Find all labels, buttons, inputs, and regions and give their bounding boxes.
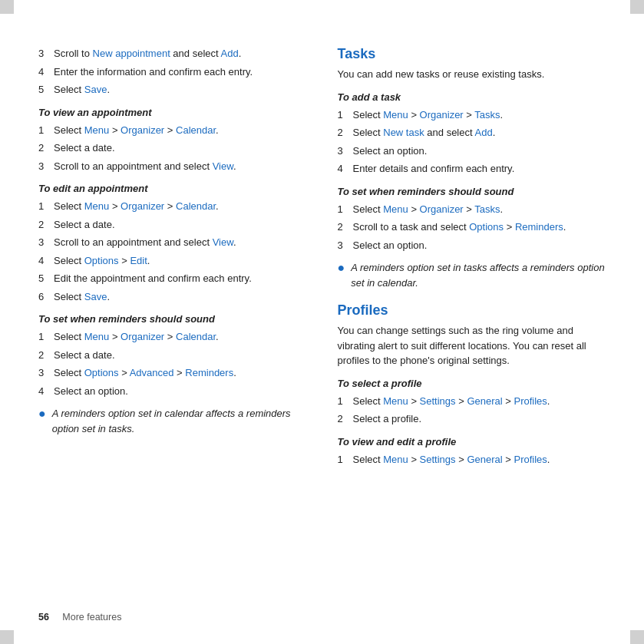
link-text: Organizer: [420, 109, 464, 121]
note-text-left: A reminders option set in calendar affec…: [52, 406, 307, 436]
link-text: Profiles: [514, 395, 547, 407]
link-text: Save: [84, 291, 107, 302]
link-text: Edit: [130, 255, 147, 266]
step-text: Select an option.: [54, 384, 128, 399]
step-number: 4: [38, 64, 49, 80]
content-area: 3Scroll to New appointment and select Ad…: [38, 46, 606, 575]
step-number: 6: [38, 289, 49, 305]
list-item: 2Select a date.: [38, 217, 307, 233]
link-text: Organizer: [121, 124, 164, 136]
link-text: Menu: [84, 331, 110, 342]
step-text: Select an option.: [353, 238, 428, 253]
section-title-reminders-left: To set when reminders should sound: [38, 313, 307, 325]
step-number: 1: [38, 329, 49, 345]
step-number: 2: [38, 217, 49, 233]
link-text: Organizer: [121, 200, 164, 212]
list-item: 1Select Menu > Settings > General > Prof…: [338, 394, 606, 409]
step-text: Select a profile.: [353, 411, 422, 427]
steps-reminders-left: 1Select Menu > Organizer > Calendar.2Sel…: [38, 329, 307, 398]
link-text: General: [467, 395, 502, 407]
list-item: 4Enter the information and confirm each …: [38, 64, 307, 80]
step-text: Select Save.: [54, 289, 110, 305]
list-item: 3Scroll to an appointment and select Vie…: [38, 235, 307, 250]
section-title-view: To view an appointment: [38, 107, 307, 118]
steps-view: 1Select Menu > Organizer > Calendar.2Sel…: [38, 123, 307, 174]
page-number: 56: [38, 612, 49, 623]
link-text: Options: [84, 255, 119, 266]
section-title-reminders-right: To set when reminders should sound: [338, 186, 606, 197]
section-title-add-task: To add a task: [338, 91, 606, 103]
section-title-edit: To edit an appointment: [38, 183, 307, 194]
list-item: 5Edit the appointment and confirm each e…: [38, 271, 307, 286]
list-item: 4Select an option.: [38, 384, 307, 399]
link-text: Calendar: [176, 200, 216, 212]
list-item: 3Select Options > Advanced > Reminders.: [38, 365, 307, 381]
step-text: Select a date.: [54, 217, 115, 233]
link-text: Settings: [420, 454, 456, 465]
step-text: Enter details and confirm each entry.: [353, 161, 515, 177]
link-text: Save: [84, 84, 107, 95]
tasks-description: You can add new tasks or reuse existing …: [338, 67, 606, 82]
link-text: General: [467, 454, 502, 465]
section-title-view-edit-profile: To view and edit a profile: [338, 436, 606, 447]
link-text: Menu: [383, 109, 408, 121]
step-number: 1: [338, 394, 348, 409]
step-text: Scroll to an appointment and select View…: [54, 235, 236, 250]
list-item: 4Enter details and confirm each entry.: [338, 161, 606, 177]
list-item: 3Scroll to an appointment and select Vie…: [38, 159, 307, 174]
step-text: Select Menu > Organizer > Tasks.: [353, 202, 504, 217]
note-icon-right: ●: [338, 261, 345, 290]
step-text: Enter the information and confirm each e…: [54, 64, 253, 80]
note-text-right: A reminders option set in tasks affects …: [351, 260, 606, 290]
tasks-heading: Tasks: [338, 46, 606, 62]
list-item: 1Select Menu > Organizer > Calendar.: [38, 199, 307, 214]
list-item: 1Select Menu > Settings > General > Prof…: [338, 452, 606, 467]
link-text: Advanced: [130, 367, 174, 378]
step-text: Select Menu > Organizer > Tasks.: [353, 107, 504, 123]
link-text: New appointment: [93, 48, 170, 59]
step-text: Select a date.: [54, 140, 115, 156]
section-title-select-profile: To select a profile: [338, 378, 606, 389]
page-label: More features: [62, 612, 121, 623]
step-number: 3: [38, 46, 49, 61]
step-number: 2: [38, 140, 49, 156]
step-number: 2: [338, 125, 348, 140]
step-number: 3: [338, 144, 348, 159]
link-text: Options: [469, 221, 504, 233]
link-text: Reminders: [185, 367, 233, 378]
profiles-heading: Profiles: [338, 302, 606, 319]
link-text: Tasks: [474, 109, 500, 121]
step-text: Select Options > Advanced > Reminders.: [54, 365, 236, 381]
step-number: 2: [338, 220, 348, 235]
note-icon-left: ●: [38, 407, 46, 436]
link-text: Reminders: [515, 221, 563, 233]
corner-tl: [0, 0, 14, 14]
list-item: 1Select Menu > Organizer > Tasks.: [338, 202, 606, 217]
step-text: Scroll to an appointment and select View…: [54, 159, 236, 174]
step-text: Select Save.: [54, 82, 110, 97]
link-text: Options: [84, 367, 119, 378]
link-text: Profiles: [514, 454, 547, 465]
step-text: Edit the appointment and confirm each en…: [54, 271, 252, 286]
step-number: 4: [338, 161, 348, 177]
step-number: 3: [38, 159, 49, 174]
step-number: 3: [38, 235, 49, 250]
list-item: 3Scroll to New appointment and select Ad…: [38, 46, 307, 61]
page: 3Scroll to New appointment and select Ad…: [0, 0, 644, 644]
step-number: 3: [338, 238, 348, 253]
corner-br: [630, 630, 644, 644]
note-left: ● A reminders option set in calendar aff…: [38, 406, 307, 436]
step-number: 4: [38, 384, 49, 399]
step-number: 4: [38, 253, 49, 269]
step-text: Select Menu > Settings > General > Profi…: [353, 452, 550, 467]
step-number: 1: [338, 107, 348, 123]
link-text: Menu: [383, 454, 408, 465]
list-item: 4Select Options > Edit.: [38, 253, 307, 269]
step-number: 1: [338, 452, 348, 467]
list-item: 1Select Menu > Organizer > Calendar.: [38, 329, 307, 345]
list-item: 2Select New task and select Add.: [338, 125, 606, 140]
link-text: Add: [475, 127, 493, 138]
step-text: Scroll to New appointment and select Add…: [54, 46, 241, 61]
step-number: 2: [338, 411, 348, 427]
step-text: Select Options > Edit.: [54, 253, 150, 269]
